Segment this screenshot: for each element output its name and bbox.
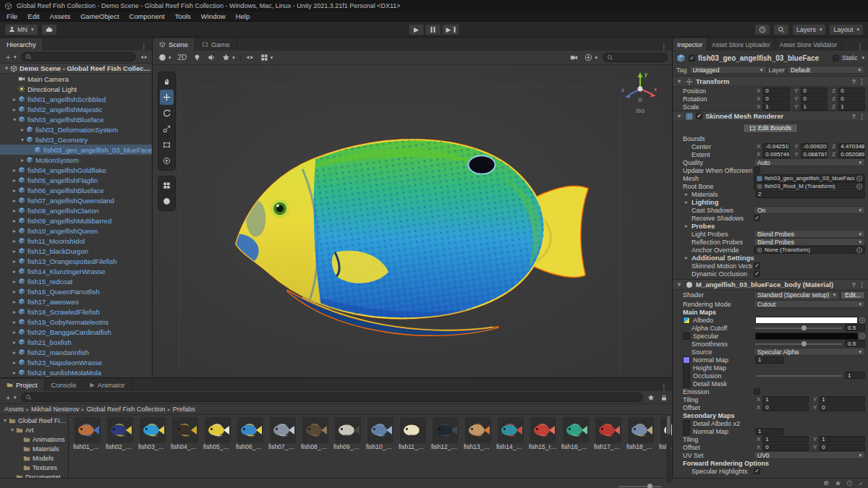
- folder-models[interactable]: Models: [0, 453, 68, 463]
- scale-tool[interactable]: [160, 121, 174, 137]
- menu-assets[interactable]: Assets: [45, 12, 76, 20]
- search-by-type-button[interactable]: [646, 394, 656, 401]
- foldout-arrow[interactable]: ▸: [11, 218, 18, 224]
- tab-inspector[interactable]: Inspector: [673, 38, 707, 51]
- center-field[interactable]: 4.470348e-: [838, 143, 865, 150]
- folder-animations[interactable]: Animations: [0, 435, 68, 444]
- normal-map-field[interactable]: 1: [755, 356, 784, 364]
- static-checkbox[interactable]: [833, 55, 839, 61]
- asset-thumbnail[interactable]: [595, 417, 621, 443]
- materials-field[interactable]: 2: [755, 191, 865, 198]
- asset-thumbnail[interactable]: [465, 417, 491, 443]
- root-bone-object-field[interactable]: fish03_Root_M (Transform): [754, 182, 865, 190]
- help-icon[interactable]: ?: [852, 281, 856, 288]
- occlusion-texture-slot[interactable]: [683, 372, 690, 380]
- breadcrumb-prefabs[interactable]: Prefabs: [173, 406, 195, 413]
- foldout-arrow[interactable]: ▸: [11, 268, 18, 275]
- menu-help[interactable]: Help: [231, 12, 255, 20]
- hierarchy-item-fish04-angelfishgoldflake[interactable]: ▸ fish04_angelfishGoldflake: [0, 165, 152, 175]
- hierarchy-item-fish14-klunzingerwrasse[interactable]: ▸ fish14_KlunzingerWrasse: [0, 266, 152, 276]
- folder-art[interactable]: ▾ Art: [0, 425, 68, 435]
- asset-fish12-blackdurgon[interactable]: fish12_blackDurgon: [431, 417, 460, 450]
- quality-dropdown[interactable]: Auto▾: [754, 158, 865, 166]
- normal-map-texture-slot[interactable]: [683, 356, 690, 364]
- normal-map-field[interactable]: 1: [755, 428, 784, 435]
- shader-dropdown[interactable]: Standard (Specular setup)▾: [754, 291, 839, 299]
- asset-thumbnail[interactable]: [237, 417, 263, 443]
- pause-button[interactable]: [425, 24, 441, 35]
- rotation-field[interactable]: 0: [801, 95, 828, 103]
- view-tool[interactable]: [160, 74, 174, 89]
- layers-dropdown[interactable]: Layers▾: [792, 24, 827, 35]
- hierarchy-item-fish03-geometry[interactable]: ▾ fish03_Geometry: [0, 134, 152, 145]
- tab-hierarchy[interactable]: Hierarchy: [0, 38, 43, 51]
- foldout-arrow[interactable]: ▸: [11, 177, 18, 184]
- breadcrumb-mikhail-nesterov[interactable]: Mikhail Nesterov: [31, 406, 80, 413]
- breadcrumb-global-reef-fish-collection[interactable]: Global Reef Fish Collection: [87, 406, 166, 413]
- foldout-arrow[interactable]: ▸: [683, 254, 690, 261]
- menu-component[interactable]: Component: [124, 12, 170, 20]
- hierarchy-item-fish19-gobynemateleotris[interactable]: ▸ fish19_GobyNemateleotris: [0, 317, 152, 327]
- foldout-arrow[interactable]: ▸: [11, 228, 18, 234]
- hierarchy-item-fish06-angelfishblueface[interactable]: ▸ fish06_angelfishBlueface: [0, 185, 152, 195]
- hierarchy-item-fish02-angelfishmajestic[interactable]: ▸ fish02_angelfishMajestic: [0, 104, 152, 114]
- foldout-arrow[interactable]: ▸: [11, 278, 18, 285]
- uv-set-dropdown[interactable]: UV0▾: [754, 451, 865, 459]
- detail-albedo-x2-texture-slot[interactable]: [683, 420, 690, 427]
- hierarchy-item-fish03-geo-angelfish-03-blueface[interactable]: fish03_geo_angelfish_03_blueFace: [0, 145, 152, 155]
- extent-field[interactable]: 0.06876729: [801, 151, 828, 158]
- reflection-probes-dropdown[interactable]: Blend Probes▾: [754, 238, 865, 246]
- occlusion-slider[interactable]: 1: [755, 372, 865, 380]
- asset-fish17-aweoweo[interactable]: fish17_aweoweo: [594, 417, 623, 450]
- tiling-field[interactable]: 1: [762, 396, 809, 403]
- height-map-texture-slot[interactable]: [683, 364, 690, 372]
- hierarchy-item-fish11-moorishidol[interactable]: ▸ fish11_MoorishIdol: [0, 236, 152, 246]
- foldout-arrow[interactable]: ▾: [676, 78, 683, 85]
- project-add-button[interactable]: ＋▾: [3, 393, 18, 403]
- edit-bounds-button[interactable]: Edit Bounds: [743, 124, 798, 133]
- tab-scene[interactable]: Scene: [153, 38, 195, 51]
- project-search-input[interactable]: [21, 393, 643, 402]
- foldout-arrow[interactable]: ▸: [11, 167, 18, 174]
- foldout-arrow[interactable]: ▸: [11, 329, 18, 335]
- foldout-arrow[interactable]: ▸: [11, 238, 18, 244]
- asset-thumbnail[interactable]: [140, 417, 166, 443]
- hierarchy-item-fish01-angelfishscribbled[interactable]: ▸ fish01_angelfishScribbled: [0, 94, 152, 104]
- foldout-arrow[interactable]: ▸: [11, 106, 18, 113]
- hierarchy-item-fish12-blackdurgon[interactable]: ▸ fish12_blackDurgon: [0, 246, 152, 256]
- foldout-arrow[interactable]: ▸: [11, 319, 18, 325]
- rotation-field[interactable]: 0: [762, 95, 790, 103]
- foldout-arrow[interactable]: ▸: [11, 248, 18, 254]
- foldout-arrow[interactable]: ▾: [676, 281, 683, 288]
- tiling-field[interactable]: 1: [819, 396, 865, 403]
- scale-field[interactable]: 1: [762, 103, 790, 111]
- extent-field[interactable]: 0.09574974: [762, 151, 790, 158]
- play-button[interactable]: ▶: [409, 24, 425, 35]
- hierarchy-item-fish07-angelfishqueensland[interactable]: ▸ fish07_angelfishQueensland: [0, 195, 152, 205]
- skinned-mesh-renderer-header[interactable]: ▾ Skinned Mesh Renderer ?⋮: [673, 111, 868, 121]
- foldout-arrow[interactable]: ▸: [683, 223, 690, 229]
- tab-asset-store-uploader[interactable]: Asset Store Uploader: [707, 38, 775, 51]
- object-name[interactable]: fish03_geo_angelfish_03_blueFace: [698, 54, 830, 62]
- update-when-offscreen-checkbox[interactable]: [754, 167, 760, 174]
- emission-checkbox[interactable]: [754, 388, 760, 395]
- folder-materials[interactable]: Materials: [0, 444, 68, 453]
- center-field[interactable]: -0.0092030: [801, 143, 828, 150]
- asset-thumbnail[interactable]: [628, 417, 654, 443]
- foldout-arrow[interactable]: ▸: [683, 199, 690, 205]
- asset-fish08-angelfishclarion[interactable]: fish08_angelfishClarion: [301, 417, 330, 450]
- scene-audio-toggle[interactable]: [206, 53, 217, 61]
- step-button[interactable]: ▶: [442, 24, 460, 35]
- menu-tools[interactable]: Tools: [170, 12, 196, 20]
- orientation-gizmo[interactable]: y x z Iso: [620, 69, 660, 114]
- packages-icon[interactable]: [823, 480, 830, 487]
- hierarchy-add-button[interactable]: ＋▾: [3, 52, 18, 62]
- tab-animator[interactable]: ▶ Animator: [83, 379, 132, 391]
- position-field[interactable]: 0: [838, 87, 865, 95]
- menu-window[interactable]: Window: [196, 12, 231, 20]
- grid-dropdown[interactable]: ▾: [259, 53, 275, 61]
- tab-console[interactable]: Console: [45, 379, 84, 391]
- asset-thumbnail[interactable]: [270, 417, 296, 443]
- scale-field[interactable]: 1: [801, 103, 828, 111]
- hierarchy-item-fish10-angelfishqueen[interactable]: ▸ fish10_angelfishQueen: [0, 226, 152, 236]
